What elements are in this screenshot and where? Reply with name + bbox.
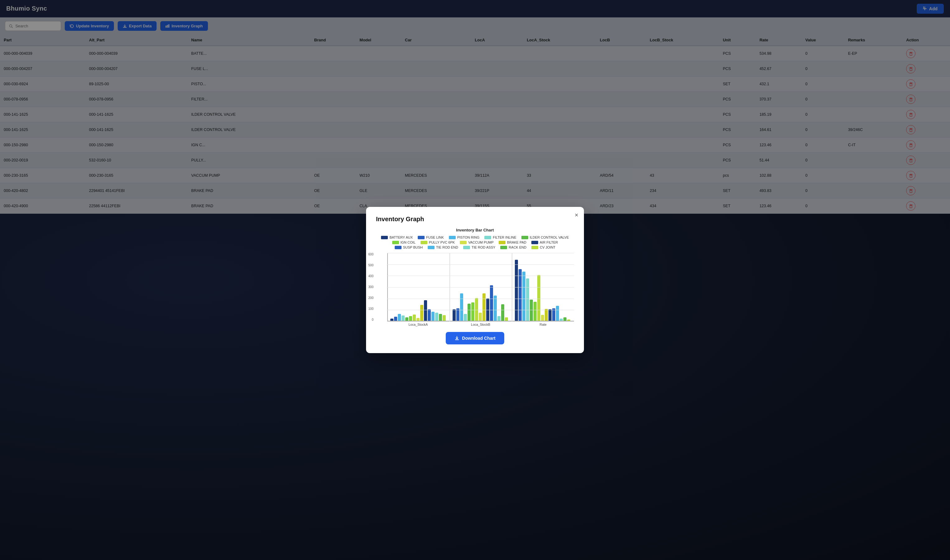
- legend-color-swatch: [418, 236, 425, 239]
- legend-color-swatch: [484, 236, 491, 239]
- y-axis: 6005004003002001000: [365, 253, 376, 322]
- chart-bar: [486, 298, 489, 321]
- legend-item: VACCUM PUMP: [460, 240, 494, 244]
- chart-bar: [530, 300, 533, 321]
- legend-label: BATTERY AUX: [390, 235, 413, 239]
- chart-bar: [490, 285, 493, 321]
- chart-group: [512, 260, 574, 321]
- y-axis-label: 300: [368, 286, 374, 289]
- y-axis-label: 600: [368, 253, 374, 256]
- legend-item: FUSE LINK: [418, 235, 444, 239]
- chart-bar: [519, 269, 522, 321]
- chart-bar: [409, 316, 412, 321]
- x-axis-label: Rate: [512, 322, 574, 326]
- chart-bar: [456, 308, 459, 321]
- legend-label: BRAKE PAD: [507, 240, 527, 244]
- y-axis-label: 500: [368, 264, 374, 267]
- chart-bar: [468, 304, 471, 321]
- legend-label: FILTER INLINE: [493, 235, 516, 239]
- chart-bar: [548, 309, 551, 321]
- legend-item: RACK END: [500, 245, 527, 249]
- y-axis-label: 0: [372, 318, 374, 322]
- legend-color-swatch: [499, 241, 505, 244]
- chart-bar: [537, 275, 540, 321]
- chart-group: [388, 300, 450, 321]
- chart-bar: [494, 295, 497, 321]
- legend-item: PULLY PVC 6PK: [420, 240, 455, 244]
- chart-bar: [545, 309, 548, 321]
- chart-bar: [475, 298, 478, 321]
- legend-label: SUSP BUSH: [403, 245, 423, 249]
- chart-bar: [522, 272, 525, 321]
- legend-color-swatch: [521, 236, 528, 239]
- svg-rect-42: [455, 339, 459, 340]
- chart-bar: [560, 318, 563, 321]
- legend-color-swatch: [428, 246, 434, 249]
- legend-label: PULLY PVC 6PK: [429, 240, 455, 244]
- chart-bar: [552, 308, 555, 321]
- legend-label: IGN COIL: [400, 240, 416, 244]
- chart-bar: [564, 317, 567, 321]
- legend-color-swatch: [449, 236, 456, 239]
- legend-item: TIE ROD ASSY: [463, 245, 495, 249]
- legend-label: FUSE LINK: [426, 235, 444, 239]
- legend-item: AIR FILTER: [531, 240, 558, 244]
- chart-bar: [435, 313, 438, 321]
- chart-bar: [405, 317, 408, 321]
- legend-color-swatch: [531, 246, 538, 249]
- chart-bar: [464, 314, 467, 321]
- legend-item: IGN COIL: [392, 240, 416, 244]
- chart-bar: [416, 318, 420, 321]
- chart-bar: [424, 300, 427, 321]
- chart-bar: [390, 318, 393, 321]
- chart-bar: [479, 313, 482, 321]
- legend-item: TIE ROD END: [428, 245, 458, 249]
- legend-color-swatch: [500, 246, 507, 249]
- legend-color-swatch: [531, 241, 538, 244]
- y-axis-label: 100: [368, 308, 374, 311]
- legend-label: RACK END: [509, 245, 527, 249]
- inventory-graph-modal: × Inventory Graph Inventory Bar Chart BA…: [366, 207, 584, 353]
- chart-bar: [471, 302, 474, 321]
- legend-item: BATTERY AUX: [381, 235, 413, 239]
- legend-color-swatch: [381, 236, 388, 239]
- chart-bar: [505, 317, 508, 321]
- chart-bar: [515, 260, 518, 321]
- legend-color-swatch: [463, 246, 470, 249]
- chart-bar: [394, 317, 397, 321]
- download-chart-label: Download Chart: [462, 336, 495, 341]
- legend-label: PISTON RING: [457, 235, 479, 239]
- legend-label: TIE ROD ASSY: [471, 245, 495, 249]
- chart-bar: [439, 314, 442, 321]
- chart-bar: [482, 293, 486, 321]
- chart-legend: BATTERY AUXFUSE LINKPISTON RINGFILTER IN…: [376, 235, 574, 249]
- chart-bar: [402, 315, 405, 321]
- chart-bar: [413, 315, 416, 321]
- chart-bar: [541, 315, 544, 321]
- chart-bar: [428, 309, 431, 321]
- chart-group: [450, 285, 512, 321]
- legend-label: VACCUM PUMP: [468, 240, 494, 244]
- chart-bar: [420, 305, 423, 321]
- legend-color-swatch: [460, 241, 467, 244]
- legend-color-swatch: [392, 241, 399, 244]
- chart-bar: [453, 309, 456, 321]
- legend-color-swatch: [420, 241, 427, 244]
- download-chart-button[interactable]: Download Chart: [446, 332, 504, 345]
- chart-bar: [398, 314, 401, 321]
- y-axis-label: 400: [368, 275, 374, 278]
- modal-close-button[interactable]: ×: [574, 212, 578, 218]
- legend-label: CV JOINT: [540, 245, 555, 249]
- modal-overlay[interactable]: × Inventory Graph Inventory Bar Chart BA…: [0, 0, 950, 560]
- legend-item: FILTER INLINE: [484, 235, 516, 239]
- legend-label: AIR FILTER: [540, 240, 558, 244]
- chart-bar: [501, 304, 504, 321]
- chart-bar: [497, 316, 500, 321]
- legend-item: PISTON RING: [449, 235, 479, 239]
- legend-color-swatch: [395, 246, 402, 249]
- chart-title: Inventory Bar Chart: [376, 228, 574, 232]
- legend-item: ILDER CONTROL VALVE: [521, 235, 569, 239]
- x-axis-label: Loca_StockA: [387, 322, 449, 326]
- legend-label: ILDER CONTROL VALVE: [530, 235, 569, 239]
- chart-bar: [431, 312, 434, 321]
